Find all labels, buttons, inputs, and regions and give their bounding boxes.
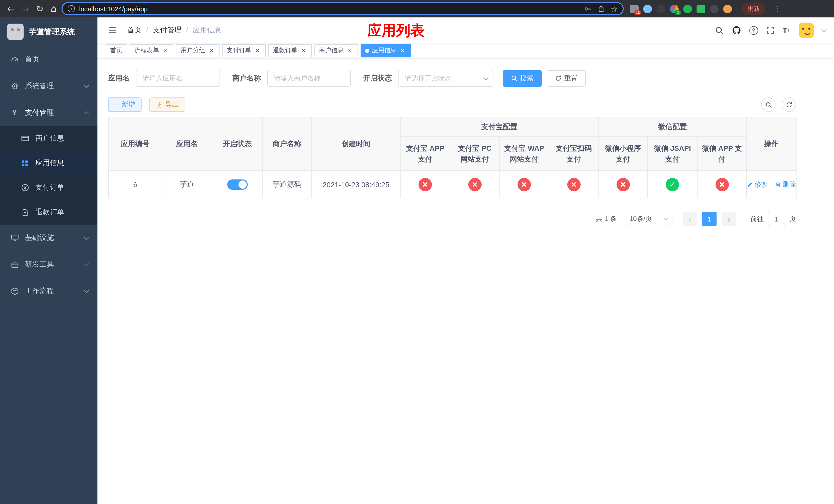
tab-app-info[interactable]: 应用信息	[360, 44, 411, 57]
ext-green-square-icon[interactable]	[697, 4, 705, 13]
ext-face-icon[interactable]	[723, 4, 732, 13]
tab-refund-orders[interactable]: 退款订单	[268, 44, 312, 57]
reload-icon[interactable]	[36, 4, 44, 13]
close-icon[interactable]	[208, 47, 215, 54]
merchant-name-input[interactable]	[267, 70, 351, 87]
tab-user-group[interactable]: 用户分组	[176, 44, 220, 57]
search-button[interactable]: 搜索	[503, 70, 542, 86]
status-error-icon	[518, 178, 531, 191]
fullscreen-icon[interactable]	[766, 26, 774, 35]
extensions-area: 10 1 更新	[630, 2, 782, 15]
tab-home[interactable]: 首页	[106, 44, 127, 57]
export-button[interactable]: 导出	[149, 97, 185, 112]
edit-link[interactable]: 修改	[747, 180, 768, 189]
page-size-select[interactable]: 10条/页	[624, 212, 673, 226]
tab-label: 商户信息	[319, 46, 344, 55]
sidebar-logo[interactable]: 芋道管理系统	[0, 18, 97, 46]
ext-colorful-icon[interactable]: 1	[670, 4, 679, 13]
help-icon[interactable]	[749, 26, 758, 35]
bookmark-star-icon[interactable]	[611, 4, 618, 13]
sidebar-item-infrastructure[interactable]: 基础设施	[0, 225, 97, 251]
close-icon[interactable]	[399, 47, 406, 54]
col-status: 开启状态	[212, 117, 262, 170]
ext-green-circle-icon[interactable]	[683, 4, 692, 13]
add-button[interactable]: 新增	[108, 97, 141, 112]
app-title: 芋道管理系统	[29, 27, 75, 37]
breadcrumb-payment[interactable]: 支付管理	[153, 26, 188, 35]
browser-menu-icon[interactable]	[774, 5, 782, 13]
logo-avatar	[7, 24, 24, 40]
tab-label: 首页	[110, 46, 123, 55]
ext-puzzle-icon[interactable]: 10	[630, 4, 639, 13]
card-icon	[21, 134, 29, 142]
chevron-down-icon	[84, 234, 89, 240]
ext-pinwheel-icon[interactable]	[710, 4, 719, 13]
cell-ops: 修改 删除	[747, 170, 796, 198]
site-info-icon[interactable]	[68, 5, 75, 12]
key-icon[interactable]	[584, 5, 591, 13]
sidebar-item-app-info[interactable]: 应用信息	[0, 151, 97, 175]
close-icon[interactable]	[161, 47, 169, 54]
hamburger-icon[interactable]	[106, 24, 119, 37]
page-title: 应用列表	[367, 21, 425, 41]
col-group-alipay: 支付宝配置	[400, 117, 598, 137]
close-icon[interactable]	[346, 47, 353, 54]
tab-process-form[interactable]: 流程表单	[130, 44, 173, 57]
app-name-input[interactable]	[136, 70, 220, 87]
avatar-caret-icon[interactable]	[821, 27, 827, 32]
tab-payment-orders[interactable]: 支付订单	[222, 44, 266, 57]
refresh-table-button[interactable]	[782, 97, 796, 112]
refresh-icon	[555, 75, 562, 82]
urlbar-actions	[584, 4, 618, 13]
dashboard-icon	[10, 55, 19, 64]
status-error-icon	[715, 178, 729, 191]
sidebar-item-label: 商户信息	[36, 134, 88, 143]
address-bar[interactable]: localhost:1024/pay/app	[62, 2, 624, 15]
search-icon[interactable]	[715, 26, 723, 35]
sidebar-item-dev-tools[interactable]: 研发工具	[0, 251, 97, 278]
prev-page-button[interactable]	[683, 212, 697, 226]
back-icon[interactable]	[7, 4, 15, 13]
sidebar-item-system[interactable]: 系统管理	[0, 73, 97, 99]
status-select[interactable]: 请选择开启状态	[398, 70, 493, 87]
breadcrumb-home[interactable]: 首页	[127, 26, 148, 35]
tab-label: 支付订单	[227, 46, 251, 55]
sidebar-item-refund-orders[interactable]: 退款订单	[0, 200, 97, 225]
home-icon[interactable]	[51, 4, 57, 13]
chevron-up-icon	[84, 111, 89, 116]
close-icon[interactable]	[300, 47, 307, 54]
tab-merchant-info[interactable]: 商户信息	[314, 44, 358, 57]
add-button-label: 新增	[122, 100, 135, 109]
sidebar-item-home[interactable]: 首页	[0, 46, 97, 73]
status-error-icon	[468, 178, 481, 191]
sidebar-item-workflow[interactable]: 工作流程	[0, 278, 97, 304]
cell-wechat-jsapi	[648, 170, 697, 198]
github-icon[interactable]	[732, 26, 741, 35]
cell-alipay-app	[400, 170, 450, 198]
goto-page-input[interactable]	[768, 212, 785, 226]
browser-update-button[interactable]: 更新	[742, 2, 765, 15]
page-size-value: 10条/页	[629, 214, 652, 224]
page-1-button[interactable]: 1	[702, 212, 717, 226]
share-icon[interactable]	[597, 5, 605, 12]
sidebar-item-payment[interactable]: 支付管理	[0, 99, 97, 126]
col-alipay-scan: 支付宝扫码支付	[549, 137, 598, 170]
cell-alipay-pc	[450, 170, 499, 198]
sidebar-item-label: 应用信息	[36, 158, 88, 168]
sidebar-item-label: 支付管理	[25, 108, 79, 117]
user-avatar[interactable]	[798, 23, 814, 38]
ext-drop-icon[interactable]	[643, 4, 652, 13]
sidebar-item-label: 工作流程	[25, 287, 79, 296]
close-icon[interactable]	[254, 47, 261, 54]
font-size-icon[interactable]	[783, 26, 790, 35]
sidebar-item-payment-orders[interactable]: 支付订单	[0, 175, 97, 200]
sidebar-item-merchant-info[interactable]: 商户信息	[0, 126, 97, 151]
toggle-search-button[interactable]	[761, 97, 775, 112]
forward-icon[interactable]	[22, 4, 29, 13]
delete-link[interactable]: 删除	[775, 180, 796, 189]
next-page-button[interactable]	[722, 212, 736, 226]
status-toggle[interactable]	[227, 179, 247, 189]
reset-button[interactable]: 重置	[547, 70, 586, 86]
ext-dark-circle-icon[interactable]	[657, 4, 665, 13]
col-alipay-pc: 支付宝 PC 网站支付	[450, 137, 499, 170]
